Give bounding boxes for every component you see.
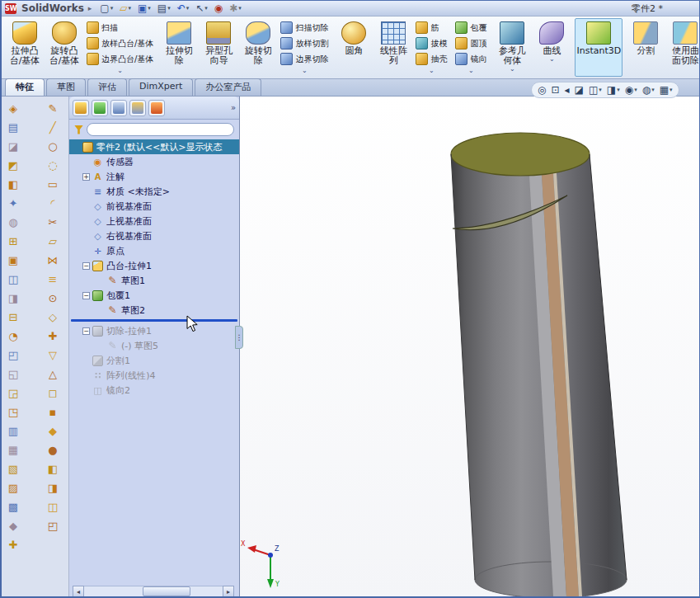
tool-icon[interactable]: ◱ bbox=[5, 365, 21, 382]
tree-item[interactable]: 原点 bbox=[69, 243, 239, 258]
rollback-bar[interactable] bbox=[71, 319, 237, 322]
sweep-button[interactable]: 扫描 bbox=[84, 20, 156, 35]
tool-icon[interactable]: ◜ bbox=[45, 195, 61, 211]
tool-icon[interactable]: ▦ bbox=[5, 441, 21, 458]
hide-show-items-icon[interactable]: ◉▾ bbox=[625, 84, 637, 96]
tool-icon[interactable]: ● bbox=[45, 441, 61, 458]
tool-icon[interactable]: ▱ bbox=[45, 233, 61, 249]
tree-item[interactable]: + 注解 bbox=[69, 169, 239, 184]
tool-icon[interactable]: ◨ bbox=[45, 479, 61, 496]
scrollbar-thumb[interactable] bbox=[143, 586, 190, 596]
display-style-icon[interactable]: ◨▾ bbox=[607, 84, 620, 96]
rebuild-button[interactable]: ◉▾ bbox=[212, 2, 225, 15]
tree-item[interactable]: − 凸台-拉伸1 bbox=[69, 258, 239, 273]
boundary-cut-button[interactable]: 边界切除 bbox=[278, 51, 331, 67]
reference-geometry-button[interactable]: 参考几 何体 ⌄ bbox=[492, 18, 532, 77]
commandmanager-tab[interactable]: DimXpert bbox=[129, 78, 193, 96]
tool-icon[interactable]: △ bbox=[45, 365, 61, 382]
scroll-right-button[interactable]: ▸ bbox=[223, 586, 234, 597]
tool-icon[interactable]: ⊞ bbox=[5, 233, 21, 249]
loft-cut-button[interactable]: 放样切割 bbox=[278, 35, 331, 51]
tool-icon[interactable]: ⊟ bbox=[5, 308, 21, 325]
tree-item[interactable]: 草图1 bbox=[69, 273, 239, 288]
tool-icon[interactable]: ≡ bbox=[45, 271, 61, 287]
menu-expand-icon[interactable]: ▸ bbox=[88, 4, 92, 12]
tool-icon[interactable]: ╱ bbox=[45, 119, 61, 135]
propertymanager-tab[interactable] bbox=[92, 100, 108, 116]
extrude-cut-button[interactable]: 拉伸切 除 bbox=[159, 18, 199, 77]
commandmanager-tab[interactable]: 评估 bbox=[87, 78, 127, 96]
tree-item[interactable]: 传感器 bbox=[69, 154, 239, 169]
extrude-boss-button[interactable]: 拉伸凸 台/基体 bbox=[5, 18, 45, 77]
expander-icon[interactable]: − bbox=[82, 327, 90, 335]
surface-cut-button[interactable]: 使用曲 面切除 bbox=[665, 18, 699, 77]
manager-tabs-overflow[interactable]: » bbox=[231, 103, 236, 112]
tool-icon[interactable]: ◻ bbox=[45, 384, 61, 401]
scroll-left-button[interactable]: ◂ bbox=[73, 586, 84, 597]
tool-icon[interactable]: ✚ bbox=[5, 536, 21, 553]
tool-icon[interactable]: ▩ bbox=[5, 498, 21, 515]
sweep-cut-button[interactable]: 扫描切除 bbox=[278, 20, 331, 35]
tool-icon[interactable]: ◇ bbox=[45, 308, 61, 325]
undo-button[interactable]: ↶▾ bbox=[175, 2, 192, 15]
select-button[interactable]: ↖▾ bbox=[193, 2, 210, 15]
draft-button[interactable]: 拔模 bbox=[413, 35, 449, 51]
tree-item[interactable]: (-) 草图5 bbox=[69, 338, 239, 353]
tool-icon[interactable]: ✚ bbox=[45, 327, 61, 344]
tool-icon[interactable]: ✂ bbox=[45, 214, 61, 230]
revolve-cut-button[interactable]: 旋转切 除 bbox=[238, 18, 278, 77]
tool-icon[interactable]: ▣ bbox=[5, 252, 21, 268]
new-document-button[interactable]: ▢▾ bbox=[97, 2, 115, 15]
tree-item[interactable]: 分割1 bbox=[69, 353, 239, 368]
fillet-button[interactable]: 圆角 bbox=[334, 18, 373, 77]
options-button[interactable]: ✱▾ bbox=[227, 2, 244, 15]
tool-icon[interactable]: ◳ bbox=[5, 403, 21, 420]
displaymanager-tab[interactable] bbox=[148, 100, 165, 116]
zoom-to-area-icon[interactable]: ⊡▾ bbox=[551, 84, 559, 96]
tool-icon[interactable]: ○ bbox=[45, 138, 61, 154]
print-button[interactable]: ▤▾ bbox=[155, 2, 173, 15]
tool-icon[interactable]: ▤ bbox=[5, 119, 21, 135]
dome-button[interactable]: 圆顶 bbox=[453, 35, 489, 51]
boundary-boss-button[interactable]: 边界凸台/基体 bbox=[84, 51, 156, 67]
tool-icon[interactable]: ◩ bbox=[5, 157, 21, 173]
wrap-button[interactable]: 包覆 bbox=[453, 20, 489, 35]
tool-icon[interactable]: ✦ bbox=[5, 195, 21, 211]
curves-button[interactable]: 曲线 ⌄ bbox=[532, 18, 571, 77]
tree-root-item[interactable]: 零件2 (默认<<默认>显示状态 bbox=[69, 139, 239, 154]
commandmanager-tab[interactable]: 特征 bbox=[5, 78, 45, 96]
tool-icon[interactable]: ▭ bbox=[45, 176, 61, 192]
filter-input[interactable] bbox=[87, 123, 234, 136]
tool-icon[interactable]: ◔ bbox=[5, 327, 21, 344]
configurationmanager-tab[interactable] bbox=[110, 100, 127, 116]
expander-icon[interactable]: + bbox=[82, 173, 90, 181]
tree-item[interactable]: 右视基准面 bbox=[69, 228, 239, 243]
tool-icon[interactable]: ◧ bbox=[5, 176, 21, 192]
tool-icon[interactable]: ◆ bbox=[45, 422, 61, 439]
tree-item[interactable]: 材质 <未指定> bbox=[69, 184, 239, 199]
panel-splitter-handle[interactable]: ⋮ bbox=[235, 326, 243, 349]
save-button[interactable]: ▣▾ bbox=[135, 2, 153, 15]
featuremanager-tab[interactable] bbox=[73, 100, 89, 116]
tree-item[interactable]: − 包覆1 bbox=[69, 288, 239, 303]
dimxpertmanager-tab[interactable] bbox=[129, 100, 146, 116]
tool-icon[interactable]: ▪ bbox=[45, 403, 61, 420]
linear-pattern-button[interactable]: 线性阵 列 bbox=[373, 18, 413, 77]
expander-icon[interactable]: − bbox=[82, 292, 90, 299]
tool-icon[interactable]: ◆ bbox=[5, 517, 21, 534]
revolve-boss-button[interactable]: 旋转凸 台/基体 bbox=[45, 18, 84, 77]
instant3d-button[interactable]: Instant3D bbox=[575, 18, 622, 77]
tool-icon[interactable]: ◪ bbox=[5, 138, 21, 154]
zoom-to-fit-icon[interactable]: ◎▾ bbox=[538, 84, 546, 96]
scrollbar-track[interactable] bbox=[84, 586, 223, 597]
tool-icon[interactable]: ◫ bbox=[5, 271, 21, 287]
tree-item[interactable]: 草图2 bbox=[69, 303, 239, 318]
commandmanager-tab[interactable]: 草图 bbox=[46, 78, 86, 96]
split-button[interactable]: 分割 bbox=[626, 18, 665, 77]
tool-icon[interactable]: ▥ bbox=[5, 422, 21, 439]
tool-icon[interactable]: ▨ bbox=[5, 479, 21, 496]
tool-icon[interactable]: ◨ bbox=[5, 290, 21, 306]
tree-item[interactable]: 阵列(线性)4 bbox=[69, 368, 239, 383]
rib-button[interactable]: 筋 bbox=[413, 20, 449, 35]
flyout-arrow-icon[interactable]: ⌄ bbox=[84, 67, 156, 74]
